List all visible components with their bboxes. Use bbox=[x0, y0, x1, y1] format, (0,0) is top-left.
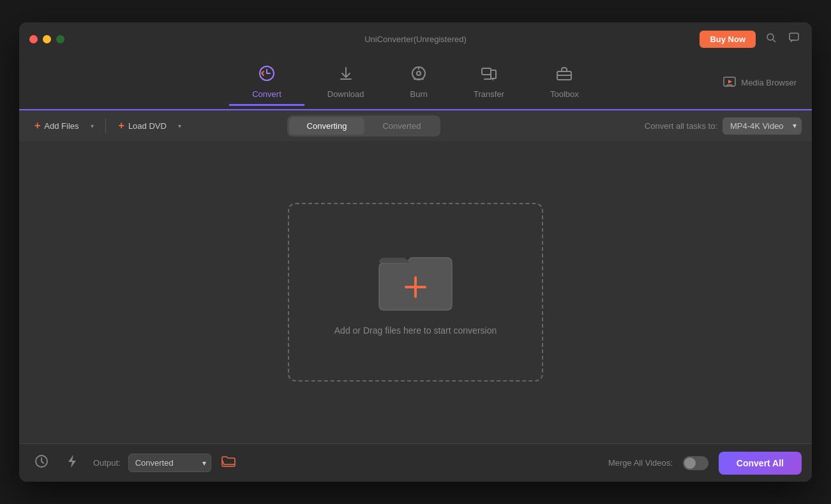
merge-toggle[interactable] bbox=[683, 456, 708, 470]
transfer-icon bbox=[481, 65, 497, 85]
nav-item-convert[interactable]: Convert bbox=[229, 60, 304, 106]
load-dvd-plus-icon: + bbox=[119, 120, 124, 131]
schedule-button[interactable] bbox=[29, 452, 54, 474]
open-folder-button[interactable] bbox=[219, 453, 238, 473]
folder-icon bbox=[374, 249, 457, 315]
bottom-right: Merge All Videos: Convert All bbox=[608, 452, 802, 475]
window-title: UniConverter(Unregistered) bbox=[364, 34, 467, 44]
nav-items: Convert Download bbox=[229, 60, 602, 105]
lightning-icon bbox=[66, 454, 78, 468]
svg-line-1 bbox=[773, 40, 775, 42]
nav-bar: Convert Download bbox=[19, 56, 812, 110]
toggle-knob bbox=[684, 457, 696, 469]
search-icon-button[interactable] bbox=[763, 30, 779, 48]
svg-point-6 bbox=[417, 71, 421, 75]
nav-item-burn[interactable]: Burn bbox=[387, 60, 451, 106]
svg-rect-9 bbox=[482, 68, 491, 75]
output-select-wrapper: Converted Desktop Documents Custom... bbox=[128, 454, 211, 472]
svg-rect-10 bbox=[491, 70, 496, 78]
nav-item-transfer[interactable]: Transfer bbox=[451, 60, 527, 106]
nav-burn-label: Burn bbox=[410, 89, 428, 99]
nav-item-toolbox[interactable]: Toolbox bbox=[527, 60, 602, 106]
nav-convert-label: Convert bbox=[252, 89, 281, 99]
bottom-bar: Output: Converted Desktop Documents Cust… bbox=[19, 443, 812, 482]
add-files-dropdown[interactable]: ▾ bbox=[87, 120, 98, 132]
toolbox-icon bbox=[556, 65, 573, 85]
nav-toolbox-label: Toolbox bbox=[550, 89, 579, 99]
tabs-container: Converting Converted bbox=[287, 115, 441, 137]
traffic-lights bbox=[29, 35, 64, 43]
add-files-button[interactable]: + Add Files bbox=[29, 117, 84, 134]
folder-svg bbox=[374, 249, 457, 313]
chat-icon-button[interactable] bbox=[786, 30, 802, 48]
media-browser-label: Media Browser bbox=[741, 78, 797, 87]
toolbar-left: + Add Files ▾ + Load DVD ▾ bbox=[29, 117, 185, 134]
clock-icon bbox=[34, 454, 49, 468]
load-dvd-label: Load DVD bbox=[128, 121, 167, 131]
toolbar-right: Convert all tasks to: MP4-4K Video MP4-1… bbox=[645, 117, 802, 135]
tab-converting[interactable]: Converting bbox=[289, 117, 365, 135]
convert-icon bbox=[258, 65, 275, 85]
buy-now-button[interactable]: Buy Now bbox=[700, 31, 756, 48]
title-bar: UniConverter(Unregistered) Buy Now bbox=[19, 22, 812, 56]
app-window: UniConverter(Unregistered) Buy Now bbox=[19, 22, 812, 482]
merge-all-label: Merge All Videos: bbox=[608, 458, 673, 468]
open-folder-icon bbox=[221, 456, 236, 467]
title-bar-right: Buy Now bbox=[700, 30, 802, 48]
svg-rect-8 bbox=[414, 78, 424, 80]
minimize-button[interactable] bbox=[43, 35, 51, 43]
convert-all-tasks-label: Convert all tasks to: bbox=[645, 121, 717, 131]
nav-item-download[interactable]: Download bbox=[304, 60, 387, 106]
burn-icon bbox=[410, 65, 427, 85]
add-files-plus-icon: + bbox=[34, 120, 40, 131]
svg-point-0 bbox=[767, 34, 774, 40]
nav-transfer-label: Transfer bbox=[474, 89, 504, 99]
output-label: Output: bbox=[93, 458, 121, 468]
drop-zone-text: Add or Drag files here to start conversi… bbox=[334, 325, 497, 336]
add-files-label: Add Files bbox=[44, 121, 79, 131]
toolbar-divider bbox=[105, 118, 106, 133]
media-browser-icon bbox=[723, 77, 736, 88]
tab-converting-label: Converting bbox=[307, 121, 347, 131]
svg-rect-2 bbox=[790, 33, 798, 40]
toolbar: + Add Files ▾ + Load DVD ▾ Converting Co… bbox=[19, 110, 812, 141]
download-icon bbox=[338, 65, 354, 85]
content-area: Add or Drag files here to start conversi… bbox=[19, 141, 812, 443]
maximize-button[interactable] bbox=[56, 35, 64, 43]
drop-zone[interactable]: Add or Drag files here to start conversi… bbox=[288, 203, 543, 382]
format-select-wrapper: MP4-4K Video MP4-1080p MP4-720p MOV AVI … bbox=[722, 117, 802, 135]
chat-icon bbox=[789, 33, 799, 43]
media-browser-button[interactable]: Media Browser bbox=[723, 77, 797, 88]
close-button[interactable] bbox=[29, 35, 38, 43]
load-dvd-button[interactable]: + Load DVD bbox=[114, 117, 172, 134]
tab-converted[interactable]: Converted bbox=[364, 117, 438, 135]
format-select[interactable]: MP4-4K Video MP4-1080p MP4-720p MOV AVI … bbox=[722, 117, 802, 135]
accelerate-button[interactable] bbox=[61, 452, 83, 474]
nav-download-label: Download bbox=[327, 89, 364, 99]
output-select[interactable]: Converted Desktop Documents Custom... bbox=[128, 454, 211, 472]
tab-converted-label: Converted bbox=[382, 121, 421, 131]
load-dvd-dropdown[interactable]: ▾ bbox=[174, 120, 185, 132]
convert-all-button[interactable]: Convert All bbox=[719, 452, 802, 475]
search-icon bbox=[766, 33, 776, 43]
